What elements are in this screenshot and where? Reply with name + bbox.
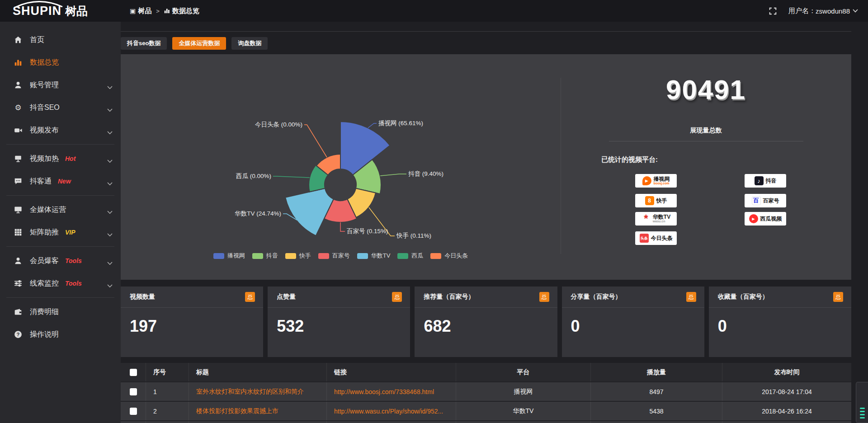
sidebar-item-1[interactable]: 首页 (0, 28, 121, 51)
sidebar-item-7[interactable]: 抖客通New (0, 170, 121, 193)
logo-text-en: SHUPIN (13, 3, 61, 19)
cell-index: 2 (146, 402, 189, 420)
chevron-down-icon (107, 83, 113, 91)
row-checkbox[interactable] (130, 408, 137, 415)
legend-item-播视网[interactable]: 播视网 (213, 252, 245, 260)
stat-card-title: 点赞量 (277, 293, 296, 301)
row-checkbox-cell (121, 382, 146, 401)
sidebar-item-label: 账号管理 (30, 80, 59, 90)
username-label: 用户名： (788, 7, 816, 15)
legend-label: 今日头条 (444, 252, 468, 260)
legend-label: 播视网 (227, 252, 245, 260)
legend-item-快手[interactable]: 快手 (285, 252, 311, 260)
logo-text-cn: 树品 (65, 4, 88, 19)
chevron-down-icon (853, 9, 858, 13)
cell-link[interactable]: http://www.boosj.com/7338468.html (327, 382, 456, 401)
pie-slice-华数TV[interactable] (285, 188, 334, 236)
svg-text:?: ? (17, 332, 20, 337)
column-header-2: 标题 (189, 363, 327, 381)
summary-panel: 90491 展现量总数 已统计的视频平台: ▶播视网boosj.com8快手*华… (561, 54, 851, 280)
sidebar-item-label: 线索监控 (30, 279, 59, 288)
stat-card-1: 视频数量总197 (121, 287, 263, 357)
tab-1[interactable]: 抖音seo数据 (121, 37, 167, 50)
select-all-checkbox[interactable] (130, 369, 137, 376)
legend-swatch (318, 253, 329, 259)
total-impressions-value: 90491 (561, 74, 851, 105)
sidebar-item-2[interactable]: 数据总览 (0, 51, 121, 74)
breadcrumb-current[interactable]: 数据总览 (164, 7, 199, 15)
column-header-3: 链接 (327, 363, 456, 381)
stat-card-4: 分享量（百家号）总0 (562, 287, 704, 357)
sidebar-badge: VIP (65, 229, 75, 236)
username-value: zswodun88 (816, 7, 850, 15)
cell-title[interactable]: 室外水纹灯和室内水纹灯的区别和简介 (189, 382, 327, 401)
fullscreen-icon[interactable] (769, 7, 777, 15)
cell-plays: 8497 (591, 382, 722, 401)
sidebar-badge: Tools (65, 280, 82, 287)
sidebar-item-3[interactable]: 账号管理 (0, 74, 121, 96)
stat-card-value: 0 (709, 308, 851, 336)
breadcrumb-home[interactable]: ▣ 树品 (130, 7, 151, 15)
legend-item-百家号[interactable]: 百家号 (318, 252, 350, 260)
app-root: SHUPIN 树品 ▣ 树品 > 数据总览 用户名：zswodun88 (0, 0, 868, 423)
stat-card-title: 收藏量（百家号） (718, 293, 769, 301)
legend-item-今日头条[interactable]: 今日头条 (430, 252, 468, 260)
stat-card-value: 682 (415, 308, 557, 336)
grid-icon (14, 228, 23, 237)
stat-card-header: 点赞量总 (268, 287, 410, 308)
tab-2[interactable]: 全媒体运营数据 (172, 37, 226, 50)
legend-item-华数TV[interactable]: 华数TV (357, 252, 391, 260)
sidebar-item-13[interactable]: ?操作说明 (0, 323, 121, 346)
legend-item-抖音[interactable]: 抖音 (252, 252, 278, 260)
legend-item-西瓜[interactable]: 西瓜 (397, 252, 423, 260)
sidebar-item-9[interactable]: 矩阵助推VIP (0, 221, 121, 244)
monitor-icon (14, 205, 23, 214)
user2-icon (14, 256, 23, 265)
sidebar-item-label: 会员爆客 (30, 256, 59, 266)
sliders-icon (14, 279, 23, 288)
sidebar-item-label: 视频发布 (30, 126, 59, 135)
stat-cards-row: 视频数量总197点赞量总532推荐量（百家号）总682分享量（百家号）总0收藏量… (121, 287, 851, 357)
platform-name: 华数TV (653, 214, 670, 220)
cell-time: 2018-04-26 16:24 (722, 402, 851, 420)
platform-badge-西瓜视频: ▶西瓜视频 (745, 212, 786, 226)
stat-card-3: 推荐量（百家号）总682 (415, 287, 557, 357)
douyin-icon: ♪ (755, 176, 764, 185)
sidebar-item-label: 全媒体运营 (30, 205, 66, 215)
baijiahao-icon: 百 (752, 196, 761, 205)
row-checkbox[interactable] (130, 388, 137, 395)
sidebar-item-12[interactable]: 消费明细 (0, 301, 121, 323)
cell-link[interactable]: http://www.wasu.cn/Play/show/id/952... (327, 402, 456, 420)
cell-index: 1 (146, 382, 189, 401)
pie-label: 播视网 (65.61%) (378, 120, 423, 127)
platform-name: 西瓜视频 (760, 216, 782, 222)
sidebar-item-label: 矩阵助推 (30, 228, 59, 237)
floating-service-widget[interactable] (856, 382, 868, 423)
cell-time: 2017-08-24 17:04 (722, 382, 851, 401)
table-header-row: 序号标题链接平台播放量发布时间 (121, 363, 851, 381)
platform-badge-播视网: ▶播视网boosj.com (635, 174, 677, 188)
cell-title[interactable]: 楼体投影灯投影效果震撼上市 (189, 402, 327, 420)
platform-name: 今日头条 (651, 235, 673, 241)
pie-label: 西瓜 (0.00%) (236, 173, 271, 179)
sidebar-item-8[interactable]: 全媒体运营 (0, 198, 121, 221)
total-badge: 总 (833, 292, 843, 302)
user-menu[interactable]: 用户名：zswodun88 (788, 7, 858, 15)
sidebar-divider (6, 195, 114, 196)
platform-name: 播视网 (654, 176, 670, 182)
sidebar-item-4[interactable]: ⚙抖音SEO (0, 96, 121, 119)
stat-card-2: 点赞量总532 (268, 287, 410, 357)
sidebar-item-5[interactable]: 视频发布 (0, 119, 121, 141)
question-icon: ? (14, 330, 23, 339)
topbar-right: 用户名：zswodun88 (769, 0, 858, 22)
sidebar-item-11[interactable]: 线索监控Tools (0, 272, 121, 295)
toutiao-icon: 头条 (640, 234, 649, 243)
sidebar-item-label: 抖客通 (30, 177, 52, 186)
video-icon (14, 126, 23, 135)
tab-3[interactable]: 询盘数据 (231, 37, 268, 50)
sidebar-item-label: 首页 (30, 35, 44, 45)
sidebar-item-6[interactable]: 视频加热Hot (0, 147, 121, 170)
sidebar-item-10[interactable]: 会员爆客Tools (0, 249, 121, 272)
sidebar-divider (6, 144, 114, 145)
home-icon (14, 35, 23, 44)
